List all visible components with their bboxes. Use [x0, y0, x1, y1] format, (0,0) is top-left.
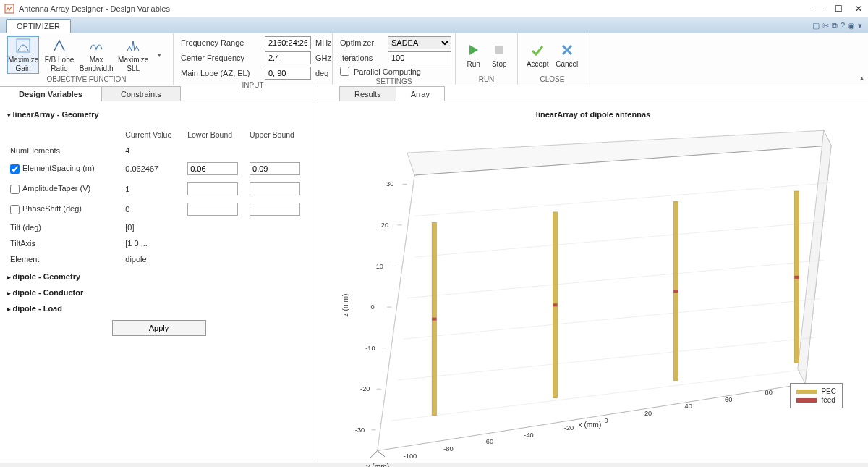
var-value: [1 0 ... — [124, 236, 184, 251]
app-icon — [4, 4, 14, 14]
lower-bound-input[interactable] — [187, 203, 238, 216]
freq-range-input[interactable] — [265, 36, 311, 49]
optimizer-select[interactable]: SADEA — [388, 36, 451, 49]
ribbon-icon-5[interactable]: ◉ — [848, 21, 855, 30]
tab-results[interactable]: Results — [339, 86, 396, 101]
var-name: ElementSpacing (m) — [22, 164, 95, 172]
svg-line-9 — [414, 182, 831, 216]
var-row-amplitudetaper-v-: AmplitudeTaper (V)1 — [9, 180, 309, 198]
svg-text:80: 80 — [765, 389, 773, 396]
var-checkbox[interactable] — [10, 185, 20, 194]
parallel-checkbox[interactable] — [340, 67, 349, 76]
tab-design-variables[interactable]: Design Variables — [0, 86, 102, 101]
tab-constraints[interactable]: Constraints — [101, 86, 181, 101]
plot-3d[interactable]: 3020100-10-20-30 -100-80-60-40-200204060… — [333, 123, 854, 467]
fb-lobe-icon — [51, 37, 68, 54]
group-label-settings: SETTINGS — [340, 76, 448, 85]
var-row-elementspacing-m-: ElementSpacing (m)0.062467 — [9, 159, 309, 178]
cancel-button[interactable]: Cancel — [555, 36, 580, 74]
left-pane: Design Variables Constraints linearArray… — [0, 85, 318, 463]
tab-optimizer[interactable]: OPTIMIZER — [6, 19, 71, 33]
feed-3 — [673, 290, 678, 293]
close-window-button[interactable]: ✕ — [854, 4, 864, 14]
iterations-input[interactable] — [388, 51, 451, 64]
svg-text:40: 40 — [684, 403, 692, 410]
svg-line-7 — [378, 175, 414, 451]
svg-text:60: 60 — [725, 396, 732, 403]
center-freq-input[interactable] — [265, 51, 311, 64]
col-lower-bound: Lower Bound — [186, 127, 247, 142]
upper-bound-input[interactable] — [250, 203, 300, 216]
lower-bound-input[interactable] — [187, 162, 238, 175]
group-label-objective: OBJECTIVE FUNCTION — [7, 74, 166, 83]
var-value: 1 — [124, 180, 184, 198]
fb-lobe-button[interactable]: F/B Lobe Ratio — [43, 36, 75, 74]
plot-title: linearArray of dipole antennas — [318, 110, 868, 119]
main-lobe-input[interactable] — [265, 67, 311, 80]
var-name: NumElements — [10, 146, 60, 155]
lower-bound-input[interactable] — [187, 182, 238, 195]
svg-text:-20: -20 — [564, 424, 574, 432]
col-current-value: Current Value — [124, 127, 184, 142]
upper-bound-input[interactable] — [250, 162, 300, 175]
maximize-button[interactable]: ☐ — [833, 4, 843, 14]
ribbon-help-icon[interactable]: ? — [841, 21, 845, 30]
svg-text:20: 20 — [381, 222, 388, 229]
window-title: Antenna Array Designer - Design Variable… — [19, 4, 813, 13]
minimize-button[interactable]: — — [813, 4, 823, 14]
ribbon-expand-icon[interactable]: ▴ — [860, 74, 864, 82]
group-label-run: RUN — [463, 74, 510, 83]
bandwidth-icon — [88, 37, 105, 54]
ribbon-collapse-icon[interactable]: ▾ — [858, 21, 862, 30]
feed-1 — [432, 318, 436, 321]
var-row-numelements: NumElements4 — [9, 143, 309, 158]
svg-marker-2 — [469, 45, 478, 55]
upper-bound-input[interactable] — [250, 182, 300, 195]
var-value: 4 — [124, 143, 184, 158]
max-bandwidth-button[interactable]: Max Bandwidth — [80, 36, 114, 74]
accept-button[interactable]: Accept — [525, 36, 550, 74]
sll-icon — [124, 37, 142, 54]
col-upper-bound: Upper Bound — [248, 127, 309, 142]
svg-line-13 — [399, 337, 815, 380]
section-dipole-conductor[interactable]: dipole - Conductor — [7, 288, 310, 297]
legend-swatch-pec — [796, 390, 817, 394]
ribbon-icon-1[interactable]: ▢ — [812, 21, 820, 30]
svg-line-14 — [391, 369, 810, 421]
maximize-sll-button[interactable]: Maximize SLL — [117, 36, 149, 74]
svg-text:-100: -100 — [404, 453, 417, 460]
tab-array[interactable]: Array — [396, 86, 445, 101]
apply-button[interactable]: Apply — [112, 320, 206, 336]
svg-marker-6 — [798, 130, 831, 384]
title-bar: Antenna Array Designer - Design Variable… — [0, 0, 868, 17]
ribbon-icon-3[interactable]: ⧉ — [832, 21, 838, 30]
svg-rect-0 — [5, 4, 14, 13]
svg-line-41 — [378, 451, 385, 457]
x-axis-label: x (mm) — [578, 421, 601, 429]
center-freq-label: Center Frequency — [181, 54, 260, 62]
svg-text:20: 20 — [644, 410, 652, 417]
svg-line-40 — [370, 451, 377, 458]
run-button[interactable]: Run — [463, 36, 485, 74]
plot-legend: PEC feed — [790, 383, 843, 408]
var-row-element: Elementdipole — [9, 252, 309, 266]
stop-button[interactable]: Stop — [489, 36, 511, 74]
group-label-close: CLOSE — [525, 74, 579, 83]
var-checkbox[interactable] — [10, 164, 20, 174]
z-axis-label: z (mm) — [341, 293, 349, 316]
objective-dropdown[interactable]: ▾ — [153, 51, 166, 59]
section-linear-array[interactable]: linearArray - Geometry — [7, 110, 310, 119]
svg-text:30: 30 — [386, 180, 393, 188]
section-dipole-geometry[interactable]: dipole - Geometry — [7, 272, 310, 281]
svg-text:-20: -20 — [360, 385, 370, 392]
y-axis-label: y (mm) — [366, 463, 389, 467]
plot-area[interactable]: linearArray of dipole antennas — [318, 101, 868, 463]
maximize-gain-button[interactable]: Maximize Gain — [7, 36, 39, 74]
section-dipole-load[interactable]: dipole - Load — [7, 304, 310, 313]
svg-text:-30: -30 — [355, 426, 365, 434]
svg-line-12 — [404, 299, 820, 340]
var-checkbox[interactable] — [10, 205, 20, 214]
ribbon-tab-row: OPTIMIZER ▢ ✂ ⧉ ? ◉ ▾ — [0, 17, 868, 33]
var-name: Tilt (deg) — [10, 223, 41, 232]
ribbon-icon-2[interactable]: ✂ — [822, 21, 829, 30]
